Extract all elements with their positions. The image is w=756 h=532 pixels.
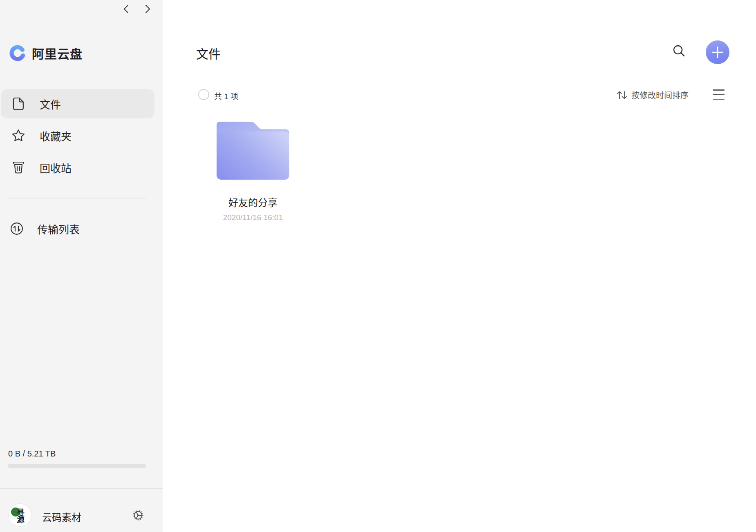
sort-label: 按修改时间排序 [631,89,689,101]
search-button[interactable] [670,42,688,60]
add-button[interactable] [706,40,729,64]
sort-button[interactable]: 按修改时间排序 [617,89,689,101]
avatar[interactable]: 寻源 [8,503,31,527]
sidebar-item-favorites[interactable]: 收藏夹 [1,121,154,150]
sidebar-item-trash[interactable]: 回收站 [1,153,154,182]
select-all-checkbox[interactable] [198,89,209,100]
avatar-text: 寻源 [16,508,24,522]
sort-arrows-icon [617,90,628,100]
star-icon [11,128,25,143]
main-content: 文件 共 1 项 按修改时间排序 [163,0,756,532]
nav-forward-button[interactable] [142,3,154,15]
storage-progress-bar [8,464,146,468]
search-icon [672,44,687,59]
folder-icon [216,120,290,181]
storage-usage: 0 B / 5.21 TB [8,449,56,459]
sidebar-item-label: 回收站 [40,160,72,175]
file-date: 2020/11/16 16:01 [216,213,290,222]
settings-button[interactable] [132,509,145,522]
sidebar-item-label: 传输列表 [37,221,80,236]
page-title: 文件 [196,44,221,62]
sidebar: 阿里云盘 文件 收藏夹 回收站 传输列表 0 B / 5.21 TB [0,0,163,532]
user-name: 云码素材 [42,510,81,524]
sidebar-item-transfer-list[interactable]: 传输列表 [1,214,154,243]
sidebar-menu: 文件 收藏夹 回收站 [1,89,154,185]
file-icon [11,96,25,111]
brand: 阿里云盘 [9,44,83,62]
plus-icon [711,46,724,59]
chevron-left-icon [123,4,129,13]
user-area-divider [0,488,163,489]
gear-icon [132,509,144,521]
sidebar-divider [8,198,146,198]
file-item-folder[interactable]: 好友的分享 2020/11/16 16:01 [216,120,290,222]
app-title: 阿里云盘 [32,44,83,62]
nav-back-button[interactable] [120,3,132,15]
sidebar-item-label: 文件 [40,96,61,111]
app-logo-icon [9,45,26,62]
file-name: 好友的分享 [216,195,290,209]
trash-icon [11,160,25,175]
sidebar-item-label: 收藏夹 [40,128,72,143]
chevron-right-icon [145,4,151,13]
sidebar-item-files[interactable]: 文件 [1,89,154,118]
item-count-label: 共 1 项 [214,90,238,101]
transfer-icon [10,221,24,236]
list-view-icon [713,89,725,91]
view-toggle-button[interactable] [713,89,725,100]
